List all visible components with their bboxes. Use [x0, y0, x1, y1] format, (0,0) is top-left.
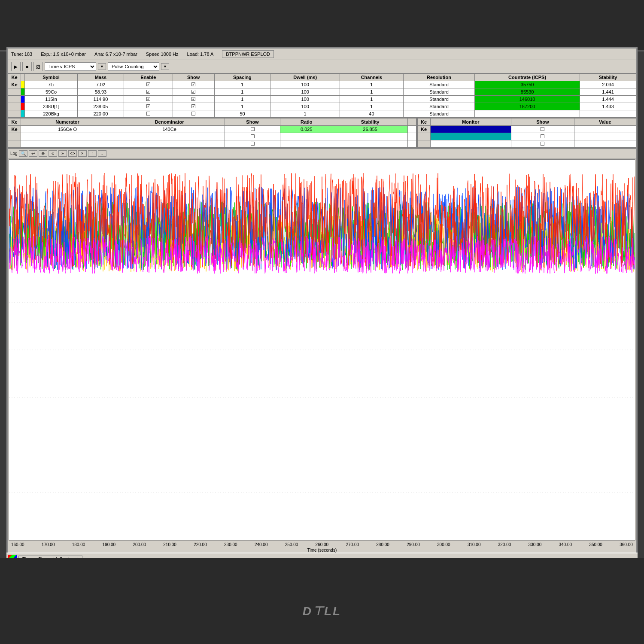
upper-ke-2	[8, 96, 21, 103]
show-monitor-1[interactable]: ☐	[511, 133, 574, 140]
channels-2: 1	[340, 96, 404, 103]
dwell-0: 100	[270, 81, 340, 88]
laptop-bezel-top	[0, 0, 644, 52]
show-monitor-2[interactable]: ☐	[511, 140, 574, 148]
upper-data-table: Ke Symbol Mass Enable Show Spacing Dwell…	[8, 73, 636, 118]
mode-arrow[interactable]: ▼	[161, 63, 169, 70]
ratio-table: Ke Numerator Denominator Show Ratio Stab…	[8, 118, 416, 148]
spacing-0: 1	[214, 81, 270, 88]
mode-select[interactable]: Pulse Counting	[108, 62, 159, 71]
close-btn[interactable]: ×	[78, 150, 87, 157]
stability-upper-2: 1.444	[580, 96, 636, 103]
spacing-4: 50	[214, 110, 270, 118]
monitor-col-ke: Ke	[417, 118, 430, 126]
row-color-3	[21, 103, 25, 110]
app-window: Tune: 183 Exp.: 1.9 x10+0 mbar Ana: 6.7 …	[8, 49, 636, 563]
x-label: 280.00	[376, 542, 389, 547]
col-color	[21, 74, 25, 81]
enable-4[interactable]: ☐	[124, 110, 173, 118]
ratio-col-denominator: Denominator	[114, 118, 225, 126]
col-channels: Channels	[340, 74, 404, 81]
countrate-2: 146010	[475, 96, 580, 103]
mass-1: 58.93	[78, 88, 124, 96]
monitor-col-monitor: Monitor	[430, 118, 511, 126]
monitor-val-2	[430, 140, 511, 148]
col-dwell: Dwell (ms)	[270, 74, 340, 81]
screen: Tune: 183 Exp.: 1.9 x10+0 mbar Ana: 6.7 …	[6, 47, 638, 565]
ratio-scroll-2	[407, 140, 416, 148]
chart-type-arrow[interactable]: ▼	[98, 63, 106, 70]
show-upper-3[interactable]: ☑	[173, 103, 214, 110]
monitor-value-1	[574, 133, 636, 140]
row-color-0	[21, 81, 25, 88]
enable-1[interactable]: ☑	[124, 88, 173, 96]
x-label: 330.00	[529, 542, 542, 547]
denominator-2	[114, 140, 225, 148]
x-label: 220.00	[194, 542, 207, 547]
prev-prev-btn[interactable]: «	[49, 150, 57, 157]
channels-3: 1	[340, 103, 404, 110]
up-btn[interactable]: ↑	[88, 150, 97, 157]
col-resolution: Resolution	[403, 74, 474, 81]
dwell-3: 100	[270, 103, 340, 110]
enable-3[interactable]: ☑	[124, 103, 173, 110]
load-value: Load: 1.78 A	[187, 52, 214, 57]
crosshair-btn[interactable]: ⊕	[39, 150, 47, 157]
ana-value: Ana: 6.7 x10-7 mbar	[94, 52, 137, 57]
enable-2[interactable]: ☑	[124, 96, 173, 103]
numerator-2	[21, 140, 114, 148]
dwell-2: 100	[270, 96, 340, 103]
x-axis-labels: 160.00170.00180.00190.00200.00210.00220.…	[8, 541, 636, 548]
stability-ratio-2	[333, 140, 407, 148]
icons-toolbar: Log 🔍 ↩ ⊕ « » <> × ↑ ↓	[8, 149, 636, 158]
zoom-btn[interactable]: 🔍	[19, 150, 27, 157]
bracket-btn[interactable]: <>	[68, 150, 77, 157]
next-next-btn[interactable]: »	[58, 150, 67, 157]
x-label: 160.00	[11, 542, 24, 547]
countrate-3: 187200	[475, 103, 580, 110]
play-button[interactable]: ▶	[11, 62, 21, 71]
chart-area	[9, 159, 635, 541]
countrate-0: 35750	[475, 81, 580, 88]
resolution-1: Standard	[403, 88, 474, 96]
status-bar: Tune: 183 Exp.: 1.9 x10+0 mbar Ana: 6.7 …	[8, 49, 636, 60]
enable-0[interactable]: ☑	[124, 81, 173, 88]
toolbar: ▶ ■ 🖼 Time v ICPS ▼ Pulse Counting ▼	[8, 60, 636, 73]
show-ratio-1[interactable]: ☐	[225, 133, 280, 140]
x-label: 360.00	[620, 542, 633, 547]
symbol-3: 238U[1]	[25, 103, 78, 110]
x-label: 250.00	[285, 542, 298, 547]
log-label: Log	[10, 151, 18, 156]
instrument-name: BTPPNWR ESPLOD	[222, 50, 274, 58]
undo-btn[interactable]: ↩	[29, 150, 37, 157]
show-upper-1[interactable]: ☑	[173, 88, 214, 96]
screenshot-button[interactable]: 🖼	[33, 62, 43, 71]
dwell-4: 1	[270, 110, 340, 118]
monitor-val-0	[430, 126, 511, 133]
show-upper-2[interactable]: ☑	[173, 96, 214, 103]
symbol-2: 115In	[25, 96, 78, 103]
resolution-3: Standard	[403, 103, 474, 110]
show-upper-0[interactable]: ☑	[173, 81, 214, 88]
spacing-2: 1	[214, 96, 270, 103]
show-monitor-0[interactable]: ☐	[511, 126, 574, 133]
laptop-bezel-bottom: D⊤LL	[0, 558, 644, 644]
show-ratio-0[interactable]: ☐	[225, 126, 280, 133]
chart-type-select[interactable]: Time v ICPS	[45, 62, 96, 71]
down-btn[interactable]: ↓	[98, 150, 106, 157]
ratio-col-ke: Ke	[8, 118, 21, 126]
show-upper-4[interactable]: ☐	[173, 110, 214, 118]
x-label: 320.00	[498, 542, 511, 547]
x-label: 240.00	[255, 542, 268, 547]
dwell-1: 100	[270, 88, 340, 96]
ratio-table-section: Ke Numerator Denominator Show Ratio Stab…	[8, 118, 416, 148]
symbol-4: 220Bkg	[25, 110, 78, 118]
resolution-0: Standard	[403, 81, 474, 88]
show-ratio-2[interactable]: ☐	[225, 140, 280, 148]
mass-0: 7.02	[78, 81, 124, 88]
denominator-0: 140Ce	[114, 126, 225, 133]
ratio-val-0: 0.025	[280, 126, 333, 133]
x-label: 300.00	[437, 542, 450, 547]
stop-button[interactable]: ■	[22, 62, 32, 71]
exp-value: Exp.: 1.9 x10+0 mbar	[41, 52, 86, 57]
